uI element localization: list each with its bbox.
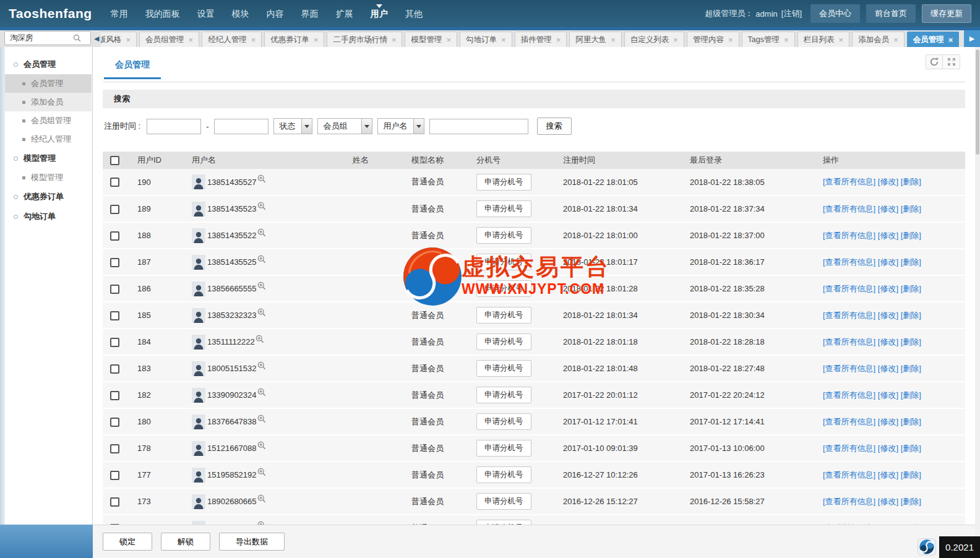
- row-checkbox[interactable]: [110, 338, 119, 347]
- apply-extension-button[interactable]: 申请分机号: [476, 493, 531, 510]
- select-all-checkbox[interactable]: [110, 156, 119, 165]
- apply-extension-button[interactable]: 申请分机号: [476, 387, 531, 403]
- view-all-info-link[interactable]: [查看所有信息]: [823, 444, 875, 453]
- tab-close-icon[interactable]: ×: [392, 36, 397, 44]
- tab-close-icon[interactable]: ×: [556, 36, 561, 44]
- tab-close-icon[interactable]: ×: [501, 36, 506, 44]
- delete-link[interactable]: [删除]: [901, 311, 921, 320]
- view-all-info-link[interactable]: [查看所有信息]: [823, 337, 875, 346]
- delete-link[interactable]: [删除]: [901, 257, 921, 267]
- tab-阿里大鱼[interactable]: 阿里大鱼×: [569, 32, 622, 47]
- delete-link[interactable]: [删除]: [901, 284, 921, 293]
- tab-close-icon[interactable]: ×: [784, 36, 789, 44]
- tab-close-icon[interactable]: ×: [728, 36, 733, 44]
- tab-管理内容[interactable]: 管理内容×: [687, 32, 739, 47]
- sidebar-group-优惠券订单[interactable]: 优惠券订单: [5, 187, 92, 207]
- logout-link[interactable]: [注销]: [781, 8, 802, 19]
- view-all-info-link[interactable]: [查看所有信息]: [823, 390, 875, 400]
- tab-close-icon[interactable]: ×: [446, 36, 451, 44]
- tab-二手房市场行情[interactable]: 二手房市场行情×: [327, 32, 402, 47]
- edit-link[interactable]: [修改]: [878, 364, 898, 373]
- sidebar-item-会员组管理[interactable]: 会员组管理: [5, 111, 92, 130]
- tab-勾地订单[interactable]: 勾地订单×: [460, 32, 512, 47]
- delete-link[interactable]: [删除]: [901, 204, 921, 213]
- zoom-in-icon[interactable]: [257, 174, 266, 183]
- menu-item-我的面板[interactable]: 我的面板: [137, 0, 189, 27]
- zoom-in-icon[interactable]: [257, 202, 266, 210]
- tab-模型管理[interactable]: 模型管理×: [405, 32, 457, 47]
- apply-extension-button[interactable]: 申请分机号: [476, 200, 531, 217]
- zoom-in-icon[interactable]: [256, 335, 264, 343]
- edit-link[interactable]: [修改]: [878, 390, 898, 400]
- menu-item-常用[interactable]: 常用: [102, 0, 137, 27]
- zoom-in-icon[interactable]: [257, 441, 266, 450]
- tab-经纪人管理[interactable]: 经纪人管理×: [202, 32, 262, 47]
- menu-item-扩展[interactable]: 扩展: [327, 0, 362, 27]
- sidebar-item-模型管理[interactable]: 模型管理: [5, 168, 92, 187]
- sidebar-item-经纪人管理[interactable]: 经纪人管理: [5, 130, 92, 148]
- search-field-select[interactable]: 用户名: [377, 118, 424, 134]
- edit-link[interactable]: [修改]: [878, 204, 898, 213]
- row-checkbox[interactable]: [110, 311, 119, 320]
- scrollbar-thumb[interactable]: [976, 49, 979, 155]
- sidebar-group-勾地订单[interactable]: 勾地订单: [5, 207, 92, 226]
- sidebar-item-添加会员[interactable]: 添加会员: [5, 93, 92, 111]
- view-all-info-link[interactable]: [查看所有信息]: [823, 257, 875, 267]
- edit-link[interactable]: [修改]: [878, 417, 898, 426]
- apply-extension-button[interactable]: 申请分机号: [476, 254, 531, 270]
- keyword-input[interactable]: [429, 119, 528, 134]
- header-button-前台首页[interactable]: 前台首页: [866, 4, 916, 23]
- tab-close-icon[interactable]: ×: [673, 36, 678, 44]
- view-all-info-link[interactable]: [查看所有信息]: [823, 364, 875, 373]
- edit-link[interactable]: [修改]: [878, 231, 898, 240]
- content-tab-member-manage[interactable]: 会员管理: [104, 59, 161, 79]
- row-checkbox[interactable]: [110, 391, 119, 400]
- view-all-info-link[interactable]: [查看所有信息]: [823, 311, 875, 320]
- zoom-in-icon[interactable]: [257, 414, 266, 423]
- tab-版风格[interactable]: 版风格×: [101, 32, 137, 47]
- unlock-button[interactable]: 解锁: [161, 533, 210, 551]
- tab-close-icon[interactable]: ×: [126, 36, 131, 44]
- apply-extension-button[interactable]: 申请分机号: [476, 307, 531, 324]
- edit-link[interactable]: [修改]: [878, 177, 898, 186]
- refresh-button[interactable]: [926, 54, 943, 69]
- zoom-in-icon[interactable]: [257, 255, 266, 264]
- delete-link[interactable]: [删除]: [901, 337, 921, 346]
- view-all-info-link[interactable]: [查看所有信息]: [823, 284, 875, 293]
- row-checkbox[interactable]: [110, 178, 119, 187]
- view-all-info-link[interactable]: [查看所有信息]: [823, 497, 875, 506]
- reg-time-end-input[interactable]: [214, 119, 269, 134]
- vertical-scrollbar[interactable]: [975, 47, 980, 558]
- delete-link[interactable]: [删除]: [901, 177, 921, 186]
- row-checkbox[interactable]: [110, 497, 119, 507]
- menu-item-用户[interactable]: 用户: [362, 0, 397, 27]
- lock-button[interactable]: 锁定: [103, 533, 152, 551]
- menu-search-input[interactable]: [9, 33, 73, 43]
- tab-close-icon[interactable]: ×: [251, 36, 256, 44]
- view-all-info-link[interactable]: [查看所有信息]: [823, 177, 875, 186]
- apply-extension-button[interactable]: 申请分机号: [476, 520, 531, 525]
- apply-extension-button[interactable]: 申请分机号: [476, 466, 531, 483]
- edit-link[interactable]: [修改]: [878, 444, 898, 453]
- zoom-in-icon[interactable]: [257, 228, 266, 237]
- sidebar-item-会员管理[interactable]: 会员管理: [5, 74, 92, 93]
- tab-close-icon[interactable]: ×: [189, 36, 194, 44]
- apply-extension-button[interactable]: 申请分机号: [476, 174, 531, 191]
- zoom-in-icon[interactable]: [257, 361, 266, 370]
- apply-extension-button[interactable]: 申请分机号: [476, 333, 531, 350]
- apply-extension-button[interactable]: 申请分机号: [476, 280, 531, 297]
- tab-close-icon[interactable]: ×: [314, 36, 319, 44]
- tab-Tags管理[interactable]: Tags管理×: [742, 32, 795, 47]
- edit-link[interactable]: [修改]: [878, 257, 898, 267]
- row-checkbox[interactable]: [110, 205, 119, 214]
- view-all-info-link[interactable]: [查看所有信息]: [823, 231, 875, 240]
- menu-item-模块[interactable]: 模块: [223, 0, 258, 27]
- apply-extension-button[interactable]: 申请分机号: [476, 440, 531, 457]
- row-checkbox[interactable]: [110, 418, 119, 427]
- tab-scroll-right-icon[interactable]: ▶: [964, 30, 980, 47]
- menu-item-界面[interactable]: 界面: [293, 0, 327, 27]
- delete-link[interactable]: [删除]: [901, 444, 921, 453]
- apply-extension-button[interactable]: 申请分机号: [476, 227, 531, 244]
- row-checkbox[interactable]: [110, 258, 119, 267]
- tab-优惠券订单[interactable]: 优惠券订单×: [264, 32, 324, 47]
